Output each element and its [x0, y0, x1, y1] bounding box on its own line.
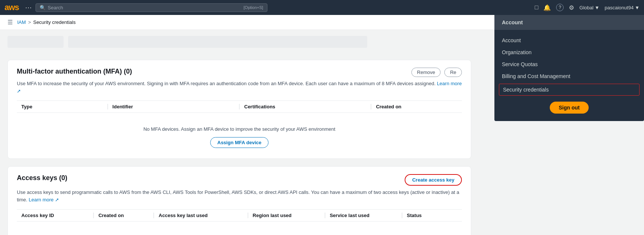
- search-icon: 🔍: [40, 5, 46, 10]
- account-bar-text: Account: [502, 19, 523, 25]
- account-bar: Account: [494, 15, 644, 30]
- username-button[interactable]: pascaionut94 ▼: [605, 5, 640, 10]
- mfa-section: Multi-factor authentication (MFA) (0) Re…: [7, 60, 471, 159]
- grid-icon[interactable]: ⋯: [25, 3, 32, 12]
- main-content: Multi-factor authentication (MFA) (0) Re…: [0, 30, 479, 235]
- username-text: pascaionut94: [605, 5, 634, 10]
- ak-col-created-on: Created on: [93, 213, 153, 218]
- access-keys-learn-more-link[interactable]: Learn more ➚: [29, 197, 59, 202]
- assign-mfa-device-button[interactable]: Assign MFA device: [210, 137, 269, 148]
- search-shortcut: [Option+S]: [243, 5, 263, 10]
- top-navigation: aws ⋯ 🔍 [Option+S] □ 🔔 ? ⚙ Global ▼ pasc…: [0, 0, 644, 15]
- ak-col-service: Service last used: [325, 213, 402, 218]
- create-access-key-button-header[interactable]: Create access key: [405, 174, 462, 186]
- dropdown-item-organization[interactable]: Organization: [494, 46, 644, 58]
- mfa-col-identifier: Identifier: [107, 104, 239, 109]
- ak-col-last-used: Access key last used: [153, 213, 247, 218]
- bell-icon[interactable]: 🔔: [543, 4, 551, 11]
- mfa-empty-message: No MFA devices. Assign an MFA device to …: [17, 126, 462, 132]
- mfa-section-title: Multi-factor authentication (MFA) (0): [17, 68, 132, 75]
- ak-col-status: Status: [402, 213, 462, 218]
- access-keys-empty-state: No access keys As a best practice, avoid…: [17, 226, 462, 235]
- ak-col-id: Access key ID: [17, 213, 93, 218]
- chevron-down-icon: ▼: [595, 5, 599, 10]
- sign-out-button[interactable]: Sign out: [550, 102, 589, 114]
- resync-button[interactable]: Re: [444, 68, 462, 77]
- mfa-table-header: Type Identifier Certifications Created o…: [17, 101, 462, 113]
- mfa-col-certifications: Certifications: [239, 104, 371, 109]
- placeholder-row: [7, 36, 471, 54]
- dropdown-item-account[interactable]: Account: [494, 34, 644, 46]
- breadcrumb-separator: >: [28, 19, 31, 25]
- gear-icon[interactable]: ⚙: [569, 4, 574, 11]
- mfa-empty-state: No MFA devices. Assign an MFA device to …: [17, 117, 462, 151]
- placeholder-bar: [68, 36, 367, 48]
- mfa-section-header: Multi-factor authentication (MFA) (0) Re…: [17, 68, 462, 77]
- remove-button[interactable]: Remove: [411, 68, 441, 77]
- region-selector[interactable]: Global ▼: [579, 5, 599, 10]
- ak-col-region: Region last used: [248, 213, 325, 218]
- cloud-icon[interactable]: □: [535, 4, 539, 11]
- access-keys-table-header: Access key ID Created on Access key last…: [17, 209, 462, 222]
- mfa-col-created-on: Created on: [371, 104, 462, 109]
- access-keys-description: Use access keys to send programmatic cal…: [17, 189, 462, 203]
- access-keys-section: Access keys (0) Create access key Use ac…: [7, 166, 471, 235]
- question-icon[interactable]: ?: [556, 4, 564, 11]
- account-dropdown-menu: Account Account Organization Service Quo…: [494, 15, 644, 121]
- access-keys-title: Access keys (0): [17, 174, 67, 182]
- region-label: Global: [579, 5, 594, 10]
- aws-logo: aws: [4, 3, 19, 12]
- dropdown-item-billing[interactable]: Billing and Cost Management: [494, 70, 644, 82]
- dropdown-item-service-quotas[interactable]: Service Quotas: [494, 58, 644, 70]
- mfa-empty-actions: Assign MFA device: [17, 137, 462, 148]
- breadcrumb-iam-link[interactable]: IAM: [17, 19, 26, 25]
- mfa-col-type: Type: [17, 104, 107, 109]
- mfa-description: Use MFA to increase the security of your…: [17, 80, 462, 95]
- mfa-header-buttons: Remove Re: [409, 68, 462, 77]
- chevron-down-icon: ▼: [635, 5, 640, 10]
- breadcrumb-current-page: Security credentials: [33, 19, 76, 25]
- hamburger-icon[interactable]: ☰: [7, 19, 13, 26]
- nav-right: □ 🔔 ? ⚙ Global ▼ pascaionut94 ▼: [535, 4, 640, 11]
- access-keys-header: Access keys (0) Create access key: [17, 174, 462, 186]
- dropdown-item-security-credentials[interactable]: Security credentials: [499, 84, 640, 96]
- search-input[interactable]: [48, 5, 242, 10]
- search-bar[interactable]: 🔍 [Option+S]: [36, 3, 267, 12]
- placeholder-sm: [7, 36, 64, 48]
